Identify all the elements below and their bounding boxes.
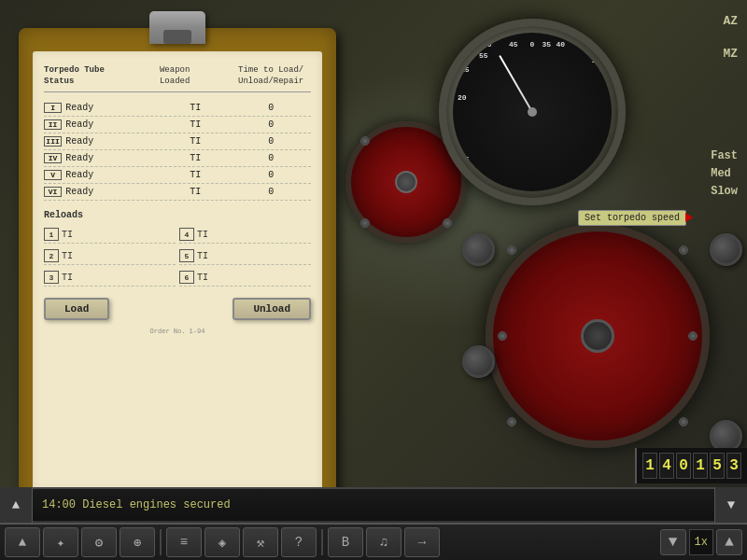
gauge-face: 0 5 10 55 50 45 40 35 15 20 5 25 30 (453, 33, 612, 191)
tube-id: II (44, 119, 62, 130)
tube-row: I Ready TI 0 (44, 100, 311, 117)
col-header-weapon: WeaponLoaded (160, 65, 231, 87)
load-button[interactable]: Load (44, 298, 109, 320)
tube-row: IV Ready TI 0 (44, 150, 311, 167)
toolbar-separator-2 (321, 529, 323, 555)
gauge-center (528, 107, 537, 117)
fast-speed-btn[interactable]: Fast (711, 149, 738, 162)
reload-num: 2 (44, 249, 59, 262)
gauge-area: 0 5 10 55 50 45 40 35 15 20 5 25 30 AZ M… (317, 0, 747, 495)
tube-row: VI Ready TI 0 (44, 184, 311, 201)
tube-time: 0 (231, 119, 311, 130)
tube-time: 0 (231, 170, 311, 180)
counter-display: 140153 (635, 448, 747, 483)
table-header: Torpedo TubeStatus WeaponLoaded Time to … (44, 65, 311, 92)
tube-status: Ready (65, 170, 160, 180)
reload-num: 3 (44, 271, 59, 284)
zoom-up-btn[interactable]: ▲ (716, 529, 742, 555)
red-panel-large (486, 224, 710, 448)
tube-status: Ready (65, 136, 160, 147)
tube-id: III (44, 136, 62, 147)
zoom-control: ▼ 1x ▲ (660, 529, 742, 555)
clipboard-paper: Torpedo TubeStatus WeaponLoaded Time to … (33, 51, 322, 490)
counter-digit: 1 (642, 453, 657, 479)
toolbar-btn-nav[interactable]: ▲ (5, 527, 40, 557)
tube-id: I (44, 103, 62, 113)
tube-time: 0 (231, 103, 311, 113)
status-text: 14:00 Diesel engines secured (33, 498, 714, 511)
knob-2[interactable] (710, 233, 742, 266)
tube-id: IV (44, 153, 62, 163)
toolbar-btn-comms[interactable]: ◈ (204, 527, 240, 557)
status-right-icon: ▼ (714, 487, 747, 523)
col-header-status: Torpedo TubeStatus (44, 65, 160, 87)
counter-digit: 3 (726, 453, 741, 479)
reload-val: TI (197, 251, 311, 261)
toolbar-btn-help[interactable]: ? (281, 527, 317, 557)
clipboard: Torpedo TubeStatus WeaponLoaded Time to … (19, 28, 336, 504)
counter-digits: 140153 (642, 453, 741, 479)
knob-1[interactable] (462, 233, 495, 266)
tube-weapon: TI (160, 103, 231, 113)
fine-print: Order No. 1-94 (44, 328, 311, 335)
tube-weapon: TI (160, 170, 231, 180)
tube-rows: I Ready TI 0 II Ready TI 0 III Ready TI … (44, 100, 311, 201)
toolbar-btn-orders[interactable]: ≡ (166, 527, 202, 557)
zoom-down-btn[interactable]: ▼ (660, 529, 686, 555)
bottom-toolbar: ▲ ✦ ⚙ ⊕ ≡ ◈ ⚒ ? B ♫ → ▼ 1x ▲ (0, 523, 747, 560)
status-message-text: Diesel engines secured (82, 498, 230, 511)
reload-val: TI (62, 251, 176, 261)
reload-num: 6 (179, 271, 194, 284)
toolbar-btn-map[interactable]: ⊕ (120, 527, 155, 557)
reloads-grid: 1TI4TI2TI5TI3TI6TI (44, 226, 311, 287)
reload-item: 1TI (44, 226, 176, 244)
status-bar: ▲ 14:00 Diesel engines secured ▼ 140153 (0, 487, 747, 523)
az-label: AZ (723, 14, 738, 28)
tube-row: III Ready TI 0 (44, 133, 311, 150)
status-left-icon: ▲ (0, 487, 33, 523)
knob-3[interactable] (462, 345, 495, 378)
toolbar-btn-headset[interactable]: ♫ (366, 527, 402, 557)
med-speed-btn[interactable]: Med (711, 167, 738, 180)
az-mz-labels: AZ MZ (723, 14, 738, 61)
toolbar-btn-book[interactable]: B (328, 527, 363, 557)
counter-digit: 1 (693, 453, 708, 479)
unload-button[interactable]: Unload (233, 298, 311, 320)
clipboard-clip (149, 11, 205, 44)
tube-weapon: TI (160, 136, 231, 147)
reload-item: 3TI (44, 269, 176, 287)
tube-time: 0 (231, 187, 311, 197)
zoom-level: 1x (689, 529, 713, 555)
toolbar-btn-repair[interactable]: ⚒ (243, 527, 278, 557)
col-header-time: Time to Load/Unload/Repair (231, 65, 311, 87)
toolbar-btn-star[interactable]: ✦ (43, 527, 78, 557)
reload-val: TI (197, 230, 311, 240)
reload-num: 5 (179, 249, 194, 262)
reload-item: 4TI (179, 226, 311, 244)
speed-controls: Fast Med Slow (711, 149, 738, 198)
reload-num: 1 (44, 228, 59, 241)
tube-weapon: TI (160, 187, 231, 197)
counter-digit: 0 (676, 453, 691, 479)
gauge-needle (499, 55, 533, 113)
toolbar-btn-settings[interactable]: ⚙ (81, 527, 117, 557)
torpedo-speed-tooltip: Set torpedo speed (578, 210, 686, 226)
action-buttons: Load Unload (44, 298, 311, 320)
counter-digit: 4 (659, 453, 674, 479)
counter-digit: 5 (710, 453, 725, 479)
slow-speed-btn[interactable]: Slow (711, 185, 738, 198)
tube-time: 0 (231, 136, 311, 147)
compass-gauge: 0 5 10 55 50 45 40 35 15 20 5 25 30 (439, 19, 626, 205)
reload-val: TI (197, 273, 311, 283)
tube-row: V Ready TI 0 (44, 167, 311, 184)
status-time: 14:00 (42, 498, 76, 511)
reload-num: 4 (179, 228, 194, 241)
tube-status: Ready (65, 103, 160, 113)
toolbar-btn-forward[interactable]: → (404, 527, 440, 557)
tube-id: VI (44, 187, 62, 197)
tube-status: Ready (65, 119, 160, 130)
reload-item: 2TI (44, 247, 176, 265)
reload-val: TI (62, 230, 176, 240)
tube-status: Ready (65, 187, 160, 197)
reload-item: 6TI (179, 269, 311, 287)
